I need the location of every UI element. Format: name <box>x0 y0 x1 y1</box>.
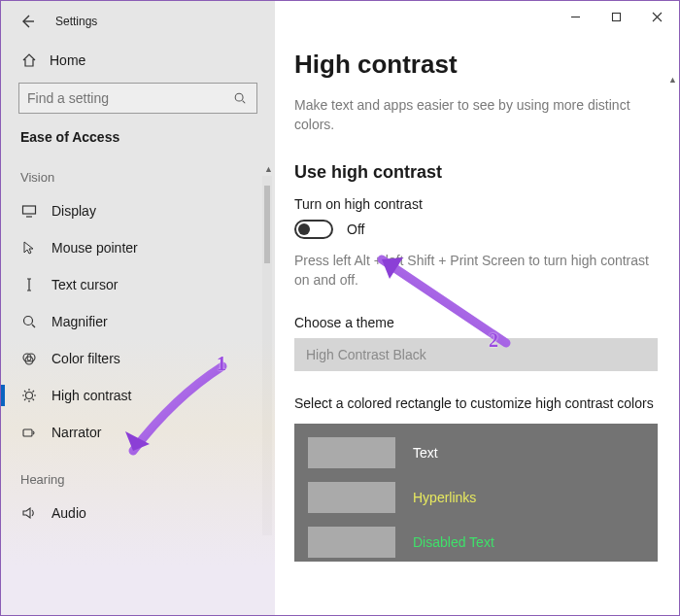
use-high-contrast-heading: Use high contrast <box>294 162 658 183</box>
hearing-menu: Audio <box>1 495 275 531</box>
swatch-row-hyperlinks: Hyperlinks <box>308 482 644 513</box>
scroll-up-caret-icon: ▲ <box>264 164 273 174</box>
customize-colors-label: Select a colored rectangle to customize … <box>294 394 654 414</box>
toggle-state: Off <box>347 222 364 237</box>
high-contrast-toggle[interactable] <box>294 220 333 239</box>
back-button[interactable] <box>17 11 38 32</box>
group-vision-label: Vision <box>1 162 275 192</box>
toggle-label: Turn on high contrast <box>294 196 658 212</box>
svg-rect-1 <box>23 206 36 214</box>
sidebar-item-label: Magnifier <box>51 314 108 329</box>
home-label: Home <box>50 52 85 68</box>
annotation-arrow-1 <box>116 359 232 465</box>
high-contrast-icon <box>20 387 38 404</box>
sidebar-item-home[interactable]: Home <box>1 46 275 79</box>
sidebar-item-label: Audio <box>51 505 86 521</box>
audio-icon <box>20 504 38 522</box>
search-icon <box>231 89 249 107</box>
svg-rect-7 <box>23 429 32 436</box>
svg-point-0 <box>235 93 243 101</box>
sidebar-item-mouse-pointer[interactable]: Mouse pointer <box>1 229 275 266</box>
svg-point-2 <box>24 317 33 325</box>
annotation-arrow-2 <box>360 246 516 353</box>
group-hearing-label: Hearing <box>1 464 275 495</box>
swatch-disabled-text[interactable] <box>308 527 395 558</box>
sidebar-item-magnifier[interactable]: Magnifier <box>1 303 275 340</box>
home-icon <box>20 51 38 69</box>
sidebar-item-audio[interactable]: Audio <box>1 495 275 531</box>
narrator-icon <box>20 424 38 441</box>
swatch-label: Text <box>413 445 438 461</box>
app-title: Settings <box>55 15 97 28</box>
page-subtitle: Make text and apps easier to see by usin… <box>294 95 654 135</box>
toggle-knob-icon <box>298 223 310 235</box>
swatch-hyperlinks[interactable] <box>308 482 395 513</box>
swatch-row-disabled: Disabled Text <box>308 527 644 558</box>
sidebar-item-label: Mouse pointer <box>51 240 138 256</box>
swatch-label: Disabled Text <box>413 534 494 550</box>
sidebar-item-display[interactable]: Display <box>1 192 275 229</box>
text-cursor-icon <box>20 276 38 293</box>
svg-point-6 <box>26 393 33 399</box>
mouse-pointer-icon <box>20 239 38 257</box>
sidebar-item-label: Narrator <box>51 425 101 440</box>
search-input[interactable] <box>27 90 231 106</box>
titlebar-left: Settings <box>1 9 275 46</box>
sidebar-item-label: Text cursor <box>51 277 118 292</box>
color-swatch-panel: Text Hyperlinks Disabled Text <box>294 424 658 562</box>
search-box[interactable] <box>18 83 257 114</box>
display-icon <box>20 202 38 220</box>
color-filters-icon <box>20 350 38 367</box>
swatch-label: Hyperlinks <box>413 490 476 505</box>
sidebar-item-label: Color filters <box>51 351 120 366</box>
sidebar-item-label: Display <box>51 203 96 219</box>
sidebar-item-text-cursor[interactable]: Text cursor <box>1 266 275 303</box>
swatch-text[interactable] <box>308 437 395 468</box>
section-header: Ease of Access <box>1 127 275 162</box>
swatch-row-text: Text <box>308 437 644 468</box>
magnifier-icon <box>20 313 38 330</box>
sidebar: Settings Home Ease of Access ▲ Vision <box>1 1 275 615</box>
page-title: High contrast <box>294 50 658 80</box>
